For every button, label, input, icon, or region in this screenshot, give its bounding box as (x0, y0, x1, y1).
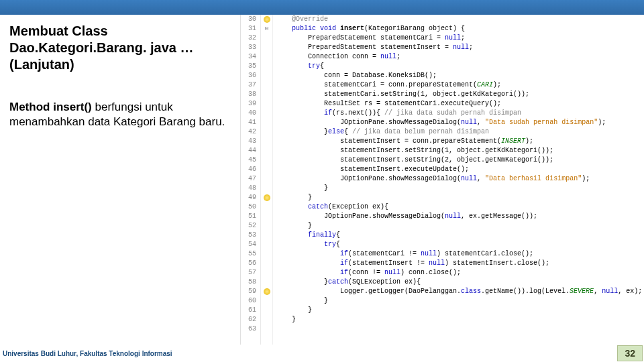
marker-cell (261, 296, 272, 306)
lightbulb-icon[interactable] (264, 16, 270, 23)
line-number: 51 (241, 212, 256, 221)
method-description: Method insert() berfungsi untuk menambah… (9, 100, 231, 129)
marker-cell (261, 52, 272, 62)
line-number-gutter: 3031323334353637383940414243444546474849… (241, 15, 261, 345)
line-number: 58 (241, 278, 256, 287)
marker-cell (261, 259, 272, 268)
line-number: 35 (241, 62, 256, 71)
code-line[interactable]: JOptionPane.showMessageDialog(null, "Dat… (276, 118, 644, 127)
line-number: 50 (241, 202, 256, 212)
code-line[interactable]: } (276, 306, 644, 315)
line-number: 63 (241, 324, 256, 334)
line-number: 57 (241, 268, 256, 278)
line-number: 42 (241, 127, 256, 137)
lightbulb-icon[interactable] (264, 288, 270, 295)
slide-footer: Universitas Budi Luhur, Fakultas Teknolo… (0, 345, 644, 362)
line-number: 54 (241, 240, 256, 249)
marker-cell (261, 146, 272, 156)
code-line[interactable]: statementInsert.executeUpdate(); (276, 165, 644, 174)
code-line[interactable]: statementCari.setString(1, object.getKdK… (276, 90, 644, 99)
code-line[interactable]: if(conn != null) conn.close(); (276, 268, 644, 278)
code-line[interactable]: statementInsert = conn.prepareStatement(… (276, 137, 644, 146)
marker-cell (261, 249, 272, 259)
marker-cell (261, 127, 272, 137)
lightbulb-icon[interactable] (264, 194, 270, 201)
code-line[interactable]: catch(Exception ex){ (276, 202, 644, 212)
marker-cell (261, 43, 272, 52)
marker-cell (261, 231, 272, 240)
code-line[interactable]: try{ (276, 62, 644, 71)
code-line[interactable]: public void insert(KategoriBarang object… (276, 24, 644, 34)
line-number: 44 (241, 146, 256, 156)
marker-cell (261, 137, 272, 146)
line-number: 62 (241, 315, 256, 324)
marker-cell (261, 202, 272, 212)
code-line[interactable]: } (276, 193, 644, 202)
line-number: 41 (241, 118, 256, 127)
code-area[interactable]: @Override public void insert(KategoriBar… (273, 15, 644, 345)
code-line[interactable]: finally{ (276, 231, 644, 240)
code-line[interactable]: @Override (276, 15, 644, 24)
code-line[interactable]: } (276, 315, 644, 324)
line-number: 30 (241, 15, 256, 24)
code-line[interactable]: if(statementInsert != null) statementIns… (276, 259, 644, 268)
marker-cell: ⊟ (261, 24, 272, 34)
line-number: 60 (241, 296, 256, 306)
page-number: 32 (617, 345, 643, 361)
code-line[interactable]: }else{ // jika data belum pernah disimpa… (276, 127, 644, 137)
marker-cell (261, 240, 272, 249)
marker-cell (261, 90, 272, 99)
code-line[interactable]: Logger.getLogger(DaoPelanggan.class.getN… (276, 287, 644, 296)
code-line[interactable]: } (276, 221, 644, 231)
title-line2: Dao.Kategori.Barang. java … (9, 40, 194, 55)
line-number: 49 (241, 193, 256, 202)
title-line1: Membuat Class (9, 23, 108, 38)
code-line[interactable]: if(rs.next()){ // jika data sudah pernah… (276, 109, 644, 118)
code-line[interactable]: JOptionPane.showMessageDialog(null, "Dat… (276, 174, 644, 184)
line-number: 52 (241, 221, 256, 231)
code-line[interactable]: try{ (276, 240, 644, 249)
marker-cell (261, 184, 272, 193)
line-number: 48 (241, 184, 256, 193)
line-number: 40 (241, 109, 256, 118)
marker-cell (261, 287, 272, 296)
code-line[interactable]: } (276, 184, 644, 193)
marker-cell (261, 268, 272, 278)
marker-cell (261, 71, 272, 80)
marker-cell (261, 156, 272, 165)
code-line[interactable]: JOptionPane.showMessageDialog(null, ex.g… (276, 212, 644, 221)
code-line[interactable]: if(statementCari != null) statementCari.… (276, 249, 644, 259)
main-area: Membuat Class Dao.Kategori.Barang. java … (0, 15, 644, 345)
marker-cell (261, 324, 272, 334)
code-editor[interactable]: 3031323334353637383940414243444546474849… (240, 15, 644, 345)
slide-title: Membuat Class Dao.Kategori.Barang. java … (9, 23, 231, 73)
line-number: 32 (241, 34, 256, 43)
left-panel: Membuat Class Dao.Kategori.Barang. java … (0, 15, 240, 345)
line-number: 38 (241, 90, 256, 99)
marker-cell (261, 34, 272, 43)
code-line[interactable]: PreparedStatement statementInsert = null… (276, 43, 644, 52)
marker-cell (261, 62, 272, 71)
marker-cell (261, 221, 272, 231)
marker-cell (261, 278, 272, 287)
code-line[interactable] (276, 324, 644, 334)
code-line[interactable]: statementInsert.setString(2, object.getN… (276, 156, 644, 165)
code-line[interactable]: statementCari = conn.prepareStatement(CA… (276, 80, 644, 90)
code-line[interactable]: PreparedStatement statementCari = null; (276, 34, 644, 43)
code-line[interactable]: }catch(SQLException ex){ (276, 278, 644, 287)
code-line[interactable]: } (276, 296, 644, 306)
fold-icon[interactable]: ⊟ (265, 24, 268, 34)
method-name: Method insert() (9, 101, 92, 113)
code-line[interactable]: conn = Database.KoneksiDB(); (276, 71, 644, 80)
marker-cell (261, 118, 272, 127)
line-number: 33 (241, 43, 256, 52)
marker-cell (261, 165, 272, 174)
line-number: 45 (241, 156, 256, 165)
code-line[interactable]: statementInsert.setString(1, object.getK… (276, 146, 644, 156)
code-line[interactable]: Connection conn = null; (276, 52, 644, 62)
line-number: 31 (241, 24, 256, 34)
line-number: 55 (241, 249, 256, 259)
marker-cell (261, 193, 272, 202)
marker-cell (261, 315, 272, 324)
code-line[interactable]: ResultSet rs = statementCari.executeQuer… (276, 99, 644, 109)
